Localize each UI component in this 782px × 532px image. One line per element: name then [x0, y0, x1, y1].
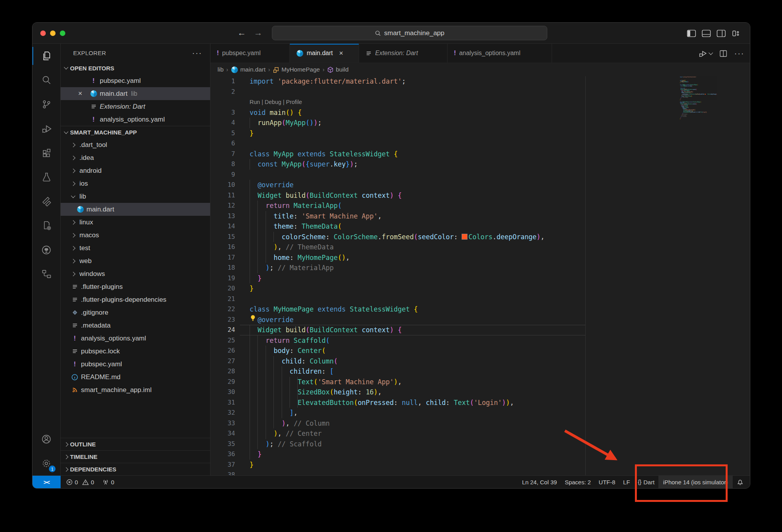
- run-debug-dropdown-icon[interactable]: [698, 48, 712, 59]
- eol-setting[interactable]: LF: [619, 476, 634, 488]
- code-line-9[interactable]: 9: [210, 170, 750, 180]
- tab-main-dart[interactable]: main.dart×: [290, 44, 359, 63]
- indentation-setting[interactable]: Spaces: 2: [561, 476, 595, 488]
- problems-indicator[interactable]: 0 0: [61, 476, 98, 488]
- code-line-14[interactable]: 14 theme: ThemeData(: [210, 221, 750, 232]
- code-line-17[interactable]: 17 home: MyHomePage(),: [210, 253, 750, 263]
- code-line-33[interactable]: 33 ), // Column: [210, 418, 750, 429]
- code-line-28[interactable]: 28 children: [: [210, 366, 750, 377]
- tree-item-android[interactable]: android: [61, 164, 210, 177]
- close-window-button[interactable]: [40, 30, 46, 36]
- breadcrumb-main-dart[interactable]: main.dart: [231, 66, 266, 73]
- toggle-secondary-sidebar-icon[interactable]: [717, 30, 726, 37]
- encoding-setting[interactable]: UTF-8: [595, 476, 619, 488]
- code-line-30[interactable]: 30 SizedBox(height: 16),: [210, 387, 750, 398]
- code-line-19[interactable]: 19 }: [210, 273, 750, 284]
- code-editor[interactable]: 1import 'package:flutter/material.dart';…: [210, 76, 750, 475]
- open-editor-pubspec-yaml[interactable]: !pubspec.yaml: [61, 74, 210, 87]
- lightbulb-icon[interactable]: [250, 315, 257, 321]
- section-dependencies[interactable]: DEPENDENCIES: [61, 463, 210, 475]
- activity-flutter[interactable]: [32, 189, 60, 213]
- codelens-row[interactable]: Run | Debug | Profile: [210, 97, 750, 107]
- code-line-11[interactable]: 11 Widget build(BuildContext context) {: [210, 190, 750, 201]
- code-line-12[interactable]: 12 return MaterialApp(: [210, 201, 750, 211]
- tree-item-macos[interactable]: macos: [61, 229, 210, 242]
- command-center-search[interactable]: smart_machine_app: [272, 26, 547, 40]
- breadcrumb-lib[interactable]: lib: [218, 66, 224, 73]
- tree-item-pubspec-lock[interactable]: pubspec.lock: [61, 345, 210, 358]
- tree-item-metadata[interactable]: .metadata: [61, 319, 210, 332]
- open-editors-section-header[interactable]: OPEN EDITORS: [61, 62, 210, 74]
- activity-github[interactable]: [32, 238, 60, 262]
- code-line-36[interactable]: 36 }: [210, 449, 750, 460]
- code-line-2[interactable]: 2: [210, 87, 750, 97]
- open-editor-main-dart[interactable]: ×main.dartlib: [61, 87, 210, 100]
- cursor-position[interactable]: Ln 24, Col 39: [518, 476, 561, 488]
- toggle-panel-icon[interactable]: [702, 30, 711, 37]
- ports-indicator[interactable]: 0: [98, 476, 118, 488]
- activity-run-debug[interactable]: [32, 116, 60, 141]
- activity-project-file-gear[interactable]: [32, 213, 60, 238]
- tree-item-pubspec-yaml[interactable]: !pubspec.yaml: [61, 358, 210, 371]
- tree-item-dart-tool[interactable]: .dart_tool: [61, 138, 210, 151]
- split-editor-icon[interactable]: [719, 49, 728, 58]
- code-line-22[interactable]: 22class MyHomePage extends StatelessWidg…: [210, 304, 750, 315]
- close-editor-icon[interactable]: ×: [76, 90, 84, 98]
- tree-item-main-dart[interactable]: main.dart: [61, 203, 210, 216]
- customize-layout-icon[interactable]: [732, 30, 741, 37]
- code-line-32[interactable]: 32 ],: [210, 408, 750, 418]
- tree-item-idea[interactable]: .idea: [61, 151, 210, 164]
- tree-item-test[interactable]: test: [61, 242, 210, 254]
- code-line-18[interactable]: 18 ); // MaterialApp: [210, 263, 750, 273]
- tree-item-linux[interactable]: linux: [61, 216, 210, 229]
- code-line-3[interactable]: 3void main() {: [210, 107, 750, 118]
- code-line-29[interactable]: 29 Text('Smart Machine App'),: [210, 377, 750, 387]
- minimap[interactable]: import 'package:flutter/material.dart';v…: [680, 77, 735, 121]
- tab-pubspec-yaml[interactable]: !pubspec.yaml: [210, 44, 290, 63]
- open-editor-extension-dart[interactable]: Extension: Dart: [61, 100, 210, 113]
- activity-extensions[interactable]: [32, 141, 60, 165]
- tree-item-gitignore[interactable]: .gitignore: [61, 306, 210, 319]
- navigate-back-button[interactable]: ←: [237, 23, 246, 44]
- activity-testing[interactable]: [32, 165, 60, 189]
- project-section-header[interactable]: SMART_MACHINE_APP: [61, 126, 210, 138]
- code-line-31[interactable]: 31 ElevatedButton(onPressed: null, child…: [210, 398, 750, 408]
- code-line-6[interactable]: 6: [210, 138, 750, 149]
- close-tab-icon[interactable]: ×: [339, 49, 343, 57]
- code-line-27[interactable]: 27 child: Column(: [210, 356, 750, 367]
- code-line-13[interactable]: 13 title: 'Smart Machine App',: [210, 211, 750, 222]
- breadcrumb-myhomepage[interactable]: MyHomePage: [273, 66, 320, 73]
- code-line-15[interactable]: 15 colorScheme: ColorScheme.fromSeed(see…: [210, 232, 750, 242]
- section-timeline[interactable]: TIMELINE: [61, 450, 210, 463]
- code-line-34[interactable]: 34 ), // Center: [210, 428, 750, 439]
- tree-item-web[interactable]: web: [61, 254, 210, 267]
- tree-item-analysis-options-yaml[interactable]: !analysis_options.yaml: [61, 332, 210, 345]
- activity-explorer[interactable]: [32, 44, 60, 68]
- section-outline[interactable]: OUTLINE: [61, 438, 210, 450]
- maximize-window-button[interactable]: [60, 30, 65, 36]
- code-line-5[interactable]: 5}: [210, 128, 750, 139]
- breadcrumb-build[interactable]: build: [327, 66, 349, 73]
- activity-account[interactable]: [32, 427, 60, 451]
- activity-settings[interactable]: 1: [32, 451, 60, 475]
- activity-source-control[interactable]: [32, 92, 60, 116]
- tree-item-smart-machine-app-iml[interactable]: smart_machine_app.iml: [61, 383, 210, 396]
- activity-search[interactable]: [32, 68, 60, 92]
- navigate-forward-button[interactable]: →: [254, 23, 262, 44]
- code-line-4[interactable]: 4 runApp(MyApp());: [210, 118, 750, 128]
- code-line-20[interactable]: 20}: [210, 283, 750, 294]
- explorer-more-actions-icon[interactable]: ···: [192, 48, 202, 57]
- code-line-1[interactable]: 1import 'package:flutter/material.dart';: [210, 76, 750, 87]
- open-editor-analysis-options-yaml[interactable]: !analysis_options.yaml: [61, 113, 210, 126]
- code-line-21[interactable]: 21: [210, 294, 750, 305]
- code-line-10[interactable]: 10 @override: [210, 180, 750, 190]
- tree-item-readme-md[interactable]: README.md: [61, 371, 210, 383]
- code-line-8[interactable]: 8 const MyApp({super.key});: [210, 159, 750, 170]
- code-line-35[interactable]: 35 ); // Scaffold: [210, 439, 750, 450]
- tree-item-flutter-plugins-dependencies[interactable]: .flutter-plugins-dependencies: [61, 293, 210, 306]
- notifications-bell[interactable]: [733, 476, 750, 488]
- tree-item-ios[interactable]: ios: [61, 177, 210, 190]
- activity-references[interactable]: [32, 262, 60, 286]
- code-line-25[interactable]: 25 return Scaffold(: [210, 335, 750, 346]
- tree-item-lib[interactable]: lib: [61, 190, 210, 203]
